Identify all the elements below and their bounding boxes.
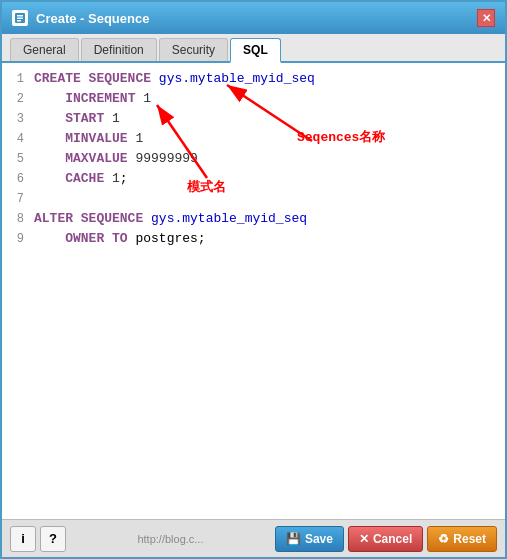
cancel-label: Cancel xyxy=(373,532,412,546)
window-title: Create - Sequence xyxy=(36,11,149,26)
code-line-9: 9 OWNER TO postgres; xyxy=(2,231,505,251)
help-button[interactable]: ? xyxy=(40,526,66,552)
tab-sql[interactable]: SQL xyxy=(230,38,281,63)
reset-label: Reset xyxy=(453,532,486,546)
svg-rect-3 xyxy=(17,20,21,22)
footer-left: i ? xyxy=(10,526,66,552)
cancel-button[interactable]: ✕ Cancel xyxy=(348,526,423,552)
footer-right: 💾 Save ✕ Cancel ♻ Reset xyxy=(275,526,497,552)
title-bar: Create - Sequence ✕ xyxy=(2,2,505,34)
close-button[interactable]: ✕ xyxy=(477,9,495,27)
tab-security[interactable]: Security xyxy=(159,38,228,61)
code-line-3: 3 START 1 xyxy=(2,111,505,131)
sql-editor: 1 CREATE SEQUENCE gys.mytable_myid_seq 2… xyxy=(2,63,505,519)
info-button[interactable]: i xyxy=(10,526,36,552)
svg-rect-1 xyxy=(17,15,23,17)
code-area: 1 CREATE SEQUENCE gys.mytable_myid_seq 2… xyxy=(2,71,505,251)
code-line-2: 2 INCREMENT 1 xyxy=(2,91,505,111)
title-bar-left: Create - Sequence xyxy=(12,10,149,26)
window: Create - Sequence ✕ General Definition S… xyxy=(0,0,507,559)
tab-definition[interactable]: Definition xyxy=(81,38,157,61)
save-button[interactable]: 💾 Save xyxy=(275,526,344,552)
save-icon: 💾 xyxy=(286,532,301,546)
svg-rect-2 xyxy=(17,18,23,20)
reset-button[interactable]: ♻ Reset xyxy=(427,526,497,552)
app-icon xyxy=(12,10,28,26)
code-line-4: 4 MINVALUE 1 xyxy=(2,131,505,151)
footer-url: http://blog.c... xyxy=(137,533,203,545)
save-label: Save xyxy=(305,532,333,546)
code-line-6: 6 CACHE 1; xyxy=(2,171,505,191)
tabs-bar: General Definition Security SQL xyxy=(2,34,505,63)
code-line-1: 1 CREATE SEQUENCE gys.mytable_myid_seq xyxy=(2,71,505,91)
tab-general[interactable]: General xyxy=(10,38,79,61)
code-line-7: 7 xyxy=(2,191,505,211)
code-line-8: 8 ALTER SEQUENCE gys.mytable_myid_seq xyxy=(2,211,505,231)
code-line-5: 5 MAXVALUE 99999999 xyxy=(2,151,505,171)
footer: i ? http://blog.c... 💾 Save ✕ Cancel ♻ R… xyxy=(2,519,505,557)
cancel-icon: ✕ xyxy=(359,532,369,546)
reset-icon: ♻ xyxy=(438,532,449,546)
